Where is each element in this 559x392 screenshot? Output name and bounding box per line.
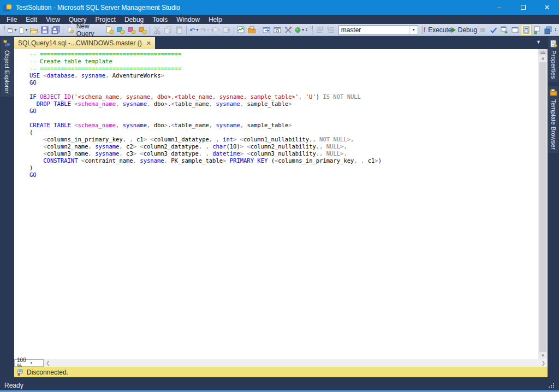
code-token: , [119, 150, 126, 157]
activity-monitor-button[interactable] [235, 25, 246, 35]
code-token: , , [354, 157, 367, 164]
include-client-statistics-button[interactable] [543, 25, 554, 35]
save-all-button[interactable] [50, 25, 61, 35]
code-line: <column3_name, sysname, c3> <column3_dat… [29, 150, 538, 157]
new-query-button[interactable]: New Query [64, 25, 104, 35]
query-options-button[interactable] [510, 25, 521, 35]
code-token: ,, [316, 143, 326, 150]
debug-button[interactable]: Debug [451, 25, 477, 35]
code-token: database [47, 72, 75, 79]
scroll-down-icon[interactable]: ▼ [541, 353, 545, 359]
new-project-caret[interactable]: ▾ [15, 27, 17, 32]
intellisense-toggle[interactable] [521, 25, 532, 35]
sql-editor[interactable]: -- =====================================… [14, 49, 548, 359]
code-token: , [105, 72, 112, 79]
maximize-button[interactable] [511, 0, 535, 15]
code-token [29, 100, 37, 107]
code-token: sysname [95, 150, 119, 157]
debug-label: Debug [458, 26, 477, 34]
code-token: c1 [368, 157, 375, 164]
include-actual-plan-button[interactable] [532, 25, 543, 35]
undo-caret[interactable]: ▾ [197, 27, 199, 32]
menu-item-debug[interactable]: Debug [120, 15, 148, 24]
solution-explorer-window-button[interactable] [272, 25, 283, 35]
menu-item-window[interactable]: Window [172, 15, 204, 24]
code-line: -- Create table template [29, 58, 538, 65]
close-button[interactable]: ✕ [535, 0, 559, 15]
code-token: -- Create table template [29, 58, 112, 64]
paste-button [174, 25, 185, 35]
document-list-chevron-icon[interactable]: ▼ [536, 39, 541, 45]
ide-mode-caret[interactable]: ▾ [302, 27, 304, 32]
toolbar-grip[interactable] [3, 26, 5, 34]
active-document-tab[interactable]: SQLQuery14.sql -...CWINDOWS.master () ✕ [14, 37, 155, 49]
code-lines[interactable]: -- =====================================… [14, 49, 538, 359]
xmla-query-button[interactable] [137, 25, 148, 35]
tab-close-icon[interactable]: ✕ [146, 40, 151, 47]
ide-mode-button[interactable]: ▾ [294, 25, 305, 35]
disconnected-server-icon [16, 369, 24, 376]
object-explorer-window-button[interactable] [261, 25, 272, 35]
code-token: > [288, 122, 292, 128]
vertical-scrollbar[interactable]: ▲ ▼ [538, 49, 548, 359]
maximize-icon [521, 5, 526, 10]
available-databases-combobox[interactable]: master ▾ [338, 25, 418, 35]
minimize-button[interactable]: – [487, 0, 511, 15]
code-token: column3_nullability [251, 150, 316, 157]
zoom-select[interactable]: 100 % ▾ [14, 359, 44, 367]
code-token: , [116, 122, 123, 128]
code-line: CONSTRAINT <contraint_name, sysname, PK_… [29, 157, 538, 164]
save-button[interactable] [39, 25, 50, 35]
code-token: sysname [216, 100, 240, 107]
code-token: > [223, 157, 230, 164]
toolbar-overflow-button[interactable] [554, 28, 558, 31]
code-token: , [299, 93, 306, 100]
properties-tab[interactable]: Properties [548, 37, 558, 82]
code-line: <columns_in_primary_key, , c1> <column1_… [29, 136, 538, 143]
scroll-right-icon[interactable]: ❯ [541, 360, 545, 366]
menu-item-file[interactable]: File [2, 15, 21, 24]
code-token: TABLE [53, 122, 71, 128]
menu-item-view[interactable]: View [41, 15, 64, 24]
undo-button[interactable]: ▾ [188, 25, 199, 35]
template-explorer-button[interactable] [246, 25, 257, 35]
code-token: < [71, 100, 78, 107]
scroll-up-icon[interactable]: ▲ [541, 55, 545, 62]
editor-splitter-handle[interactable] [538, 49, 548, 55]
execute-button[interactable]: ! Execute [424, 25, 451, 35]
parse-button[interactable] [488, 25, 499, 35]
code-token: column3_datatype [144, 150, 199, 157]
zoom-caret-icon[interactable]: ▾ [28, 361, 44, 365]
dmx-query-button[interactable] [126, 25, 137, 35]
add-item-button[interactable]: ▾ [17, 25, 28, 35]
code-token: > [160, 72, 164, 79]
code-line: CREATE TABLE <schema_name, sysname, dbo>… [29, 122, 538, 129]
code-token: >, [340, 143, 347, 150]
horizontal-scrollbar[interactable]: ❮ ❯ [44, 360, 548, 366]
template-browser-tab[interactable]: Template Browser [548, 86, 558, 153]
code-token: KEY [257, 157, 267, 164]
vertical-scroll-thumb[interactable] [539, 62, 546, 352]
mdx-query-button[interactable] [115, 25, 126, 35]
code-token: ) [378, 157, 382, 164]
object-explorer-tab[interactable]: Object Explorer [1, 37, 14, 97]
add-item-caret[interactable]: ▾ [26, 27, 28, 32]
new-project-button[interactable]: ▾ [7, 25, 17, 35]
display-estimated-plan-button[interactable] [499, 25, 510, 35]
tools-button[interactable] [283, 25, 294, 35]
uncomment-button [325, 25, 336, 35]
code-token: , [133, 157, 140, 164]
resize-grip[interactable] [549, 383, 555, 388]
database-combo-arrow-icon[interactable]: ▾ [409, 26, 418, 34]
database-engine-query-button[interactable] [104, 25, 115, 35]
tab-title: SQLQuery14.sql -...CWINDOWS.master () [18, 39, 142, 47]
code-token: , [240, 122, 247, 128]
menu-item-help[interactable]: Help [204, 15, 227, 24]
menu-item-edit[interactable]: Edit [21, 15, 41, 24]
open-file-button[interactable] [28, 25, 39, 35]
toolbar-separator [259, 26, 259, 34]
toolbar-overflow-button[interactable] [305, 28, 309, 31]
scroll-left-icon[interactable]: ❮ [46, 360, 50, 366]
menu-item-tools[interactable]: Tools [148, 15, 172, 24]
toolbar-grip[interactable] [311, 26, 313, 34]
